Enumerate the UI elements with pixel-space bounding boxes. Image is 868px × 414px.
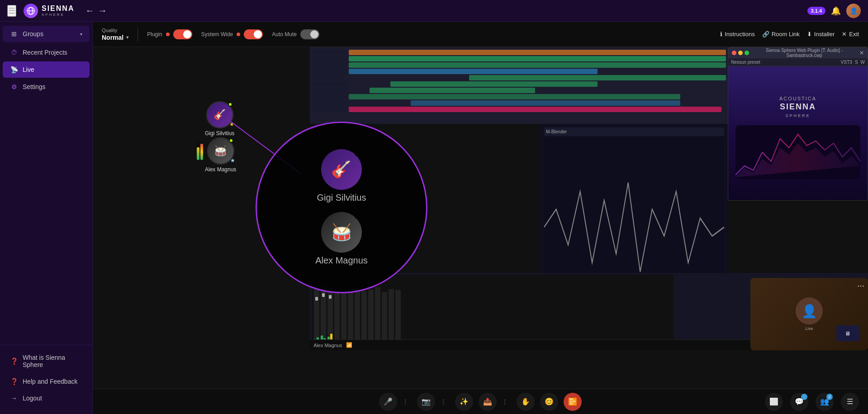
room-link-button[interactable]: 🔗 Room Link <box>762 31 800 38</box>
sidebar: ⊞ Groups ▾ ⏱ Recent Projects 📡 Live ⚙ Se… <box>0 22 93 414</box>
sidebar-item-logout[interactable]: → Logout <box>3 390 90 406</box>
svg-rect-9 <box>329 295 332 299</box>
sidebar-item-live[interactable]: 📡 Live <box>3 61 90 78</box>
top-bar: ☰ SIENNA SPHERE ← → 3.1.4 🔔 👤 <box>0 0 868 22</box>
emoji-button[interactable]: 😊 <box>540 393 558 411</box>
back-button[interactable]: ← <box>85 5 94 16</box>
wifi-icon: 📶 <box>346 342 352 348</box>
sidebar-item-settings[interactable]: ⚙ Settings <box>3 79 90 95</box>
share-group: 📤 ⋮ <box>479 393 511 411</box>
installer-button[interactable]: ⬇ Installer <box>807 31 835 38</box>
share-button[interactable]: 📤 <box>479 393 497 411</box>
webcam-panel: 👤 Live 🖥 ⋯ <box>750 278 868 350</box>
plugin-logo: SIENNA <box>780 102 816 112</box>
user-avatar[interactable]: 👤 <box>846 4 861 18</box>
sidebar-item-help[interactable]: ❓ Help and Feedback <box>3 373 90 390</box>
auto-mute-toggle[interactable] <box>300 29 319 39</box>
notification-bell[interactable]: 🔔 <box>831 6 841 16</box>
recent-projects-label: Recent Projects <box>23 49 82 56</box>
instructions-button[interactable]: ℹ Instructions <box>720 31 754 38</box>
person-node-gigi[interactable]: 🎸 ★ Gigi Silvitius <box>205 101 234 136</box>
forward-button[interactable]: → <box>98 5 107 16</box>
circle-gigi-star: ★ <box>357 181 362 188</box>
cam-more-button[interactable]: ⋮ <box>437 395 450 408</box>
logout-icon: → <box>10 395 18 402</box>
plugin-toggle[interactable] <box>173 29 192 39</box>
plugin-titlebar: Sienna Sphere Web Plugin [T: Audio] - Sa… <box>728 47 868 58</box>
system-wide-toggle-group: System Wide <box>201 29 263 39</box>
mic-more-button[interactable]: ⋮ <box>399 395 412 408</box>
toolbar-right: ℹ Instructions 🔗 Room Link ⬇ Installer ✕… <box>720 31 859 38</box>
settings-label: Settings <box>23 83 82 90</box>
sidebar-groups[interactable]: ⊞ Groups ▾ <box>3 26 90 42</box>
effects-button[interactable]: ✨ <box>455 393 473 411</box>
mic-group: 🎤 ⋮ <box>379 393 412 411</box>
hamburger-menu[interactable]: ☰ <box>7 5 16 17</box>
cam-group: 📷 ⋮ <box>417 393 450 411</box>
question-icon: ❓ <box>10 358 18 365</box>
version-badge: 3.1.4 <box>807 7 825 15</box>
chat-button[interactable]: 💬 2 <box>790 393 808 411</box>
whiteboard-button[interactable]: ⬜ <box>765 393 783 411</box>
mic-button[interactable]: 🎤 <box>379 393 397 411</box>
circle-gigi-name: Gigi Silvitius <box>317 193 366 203</box>
alex-vumeter <box>197 142 203 160</box>
settings-icon: ⚙ <box>10 83 18 90</box>
svg-rect-18 <box>348 290 353 345</box>
svg-rect-23 <box>382 292 387 345</box>
logo: SIENNA SPHERE <box>24 4 74 18</box>
svg-rect-16 <box>334 292 340 345</box>
circle-alex-name: Alex Magnus <box>315 255 368 266</box>
system-wide-toggle[interactable] <box>244 29 263 39</box>
more-options-button[interactable]: ☰ <box>841 393 859 411</box>
help-icon: ❓ <box>10 378 18 385</box>
clock-icon: ⏱ <box>10 49 18 56</box>
chevron-icon: ▾ <box>80 32 82 37</box>
gigi-avatar-wrap: 🎸 ★ <box>206 101 233 128</box>
exit-button[interactable]: ✕ Exit <box>842 31 859 38</box>
maximize-dot[interactable] <box>745 51 749 55</box>
circle-alex-star: ★ <box>357 244 362 251</box>
plugin-close-btn[interactable]: ✕ <box>859 50 864 56</box>
hand-button[interactable]: ✋ <box>517 393 535 411</box>
download-icon: ⬇ <box>807 31 812 38</box>
content-area: Quality Normal ▾ Plugin System Wide Auto… <box>93 22 868 414</box>
circle-person-gigi[interactable]: 🎸 ★ Gigi Silvitius <box>317 149 366 203</box>
circle-gigi-status <box>355 151 360 156</box>
share-more-button[interactable]: ⋮ <box>498 395 511 408</box>
info-icon: ℹ <box>720 31 722 38</box>
installer-label: Installer <box>814 31 835 38</box>
logo-circle <box>24 4 38 18</box>
svg-rect-21 <box>368 290 374 345</box>
session-circle: 🎸 ★ Gigi Silvitius 🥁 ★ Alex Magnus <box>256 122 427 293</box>
system-wide-dot <box>237 33 240 36</box>
svg-rect-20 <box>361 291 367 345</box>
camera-button[interactable]: 📷 <box>417 393 435 411</box>
circle-person-alex[interactable]: 🥁 ★ Alex Magnus <box>315 212 368 266</box>
plugin-controls <box>732 51 749 55</box>
close-dot[interactable] <box>732 51 736 55</box>
webcam-menu-button[interactable]: ⋯ <box>857 282 864 290</box>
plugin-title: Sienna Sphere Web Plugin [T: Audio] - Sa… <box>751 48 858 58</box>
main-layout: ⊞ Groups ▾ ⏱ Recent Projects 📡 Live ⚙ Se… <box>0 22 868 414</box>
daw-bar-label: Alex Magnus <box>313 343 342 348</box>
sidebar-item-recent-projects[interactable]: ⏱ Recent Projects <box>3 44 90 61</box>
daw-upper <box>310 47 728 124</box>
plugin-dot <box>166 33 170 36</box>
exit-icon: ✕ <box>842 31 847 38</box>
participants-button[interactable]: 👥 2 <box>816 393 834 411</box>
instructions-label: Instructions <box>725 31 754 38</box>
svg-rect-19 <box>355 288 360 345</box>
quality-dropdown[interactable]: Quality Normal ▾ <box>102 28 128 41</box>
preset-label: Nessun preset <box>731 60 760 65</box>
svg-rect-25 <box>395 290 401 344</box>
stage: M-Blender Sensitivity 77.4% <box>93 47 868 389</box>
end-call-button[interactable]: 📴 <box>564 393 582 411</box>
minimize-dot[interactable] <box>738 51 743 55</box>
sidebar-item-what-is[interactable]: ❓ What is Sienna Sphere <box>3 349 90 373</box>
plugin-toggle-group: Plugin <box>147 29 192 39</box>
grid-icon: ⊞ <box>10 30 18 38</box>
participants-badge: 2 <box>826 394 833 400</box>
quality-select[interactable]: Normal ▾ <box>102 34 128 41</box>
plugin-panel: Sienna Sphere Web Plugin [T: Audio] - Sa… <box>728 47 868 201</box>
